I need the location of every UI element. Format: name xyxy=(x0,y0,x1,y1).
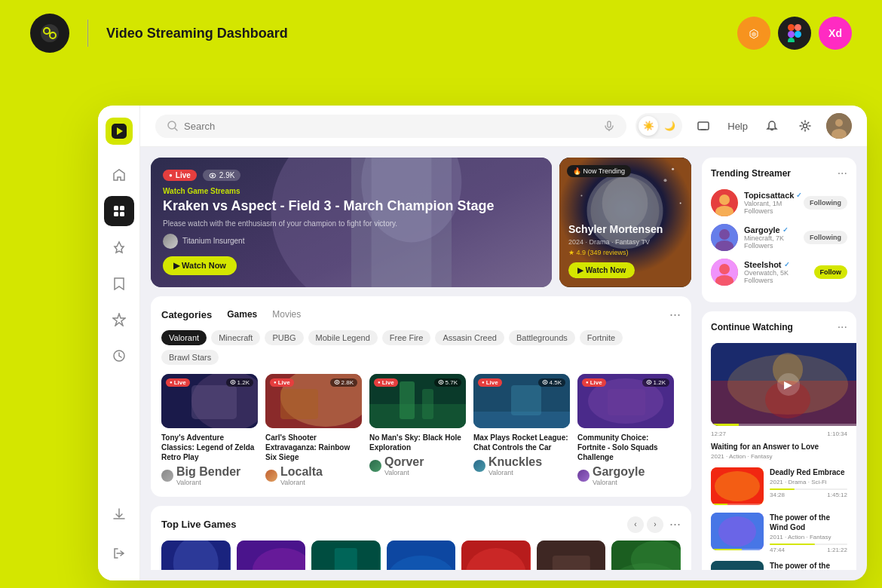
games-more[interactable]: ··· xyxy=(669,516,681,532)
tag-battlegrounds[interactable]: Battlegrounds xyxy=(509,330,575,345)
stream-title: Max Plays Rocket League: Chat Controls t… xyxy=(473,433,570,452)
svg-rect-56 xyxy=(400,381,415,419)
stream-user-game: Valorant xyxy=(176,479,240,486)
stream-title: Carl's Shooter Extravaganza: Rainbow Six… xyxy=(265,433,362,462)
hero-title: Kraken vs Aspect - Field 3 - March Champ… xyxy=(163,198,540,215)
hero-watch-btn[interactable]: ▶ Watch Now xyxy=(163,256,237,275)
sidebar-item-home[interactable] xyxy=(104,160,134,190)
figma-icon[interactable] xyxy=(778,17,811,50)
sidebar-item-download[interactable] xyxy=(104,499,134,529)
svg-rect-10 xyxy=(788,38,795,42)
tab-games[interactable]: Games xyxy=(221,308,263,321)
follow-btn[interactable]: Following xyxy=(804,231,847,244)
svg-point-94 xyxy=(719,229,730,240)
continue-watching-more[interactable]: ··· xyxy=(838,320,847,334)
stream-user-avatar xyxy=(161,470,173,482)
svg-point-11 xyxy=(795,31,801,38)
stream-user-avatar xyxy=(265,470,277,482)
divider xyxy=(87,20,88,47)
categories-section: Categories Games Movies ··· Valorant Min… xyxy=(151,296,691,497)
stream-card[interactable]: Live 4.5K Max Plays Rocket League: Chat … xyxy=(473,374,570,486)
svg-point-42 xyxy=(680,203,681,204)
tag-brawl-stars[interactable]: Brawl Stars xyxy=(161,350,219,365)
streams-grid: Live 1.2K Tony's Adventure Classics: Leg… xyxy=(161,374,681,486)
follow-btn[interactable]: Follow xyxy=(814,265,848,279)
stream-user-avatar xyxy=(473,460,485,472)
theme-moon-btn[interactable]: 🌙 xyxy=(660,116,679,136)
hero-trending-card[interactable]: 🔥 Now Trending Schyler Mortensen 2024 · … xyxy=(559,158,691,287)
body-area: Live 2.9K Watch Game Streams Kraken vs A… xyxy=(140,147,867,580)
tag-fortnite[interactable]: Fortnite xyxy=(580,330,623,345)
dashboard: ☀️ 🌙 Help xyxy=(98,106,867,580)
hero-main-card[interactable]: Live 2.9K Watch Game Streams Kraken vs A… xyxy=(151,158,552,287)
game-card[interactable]: Assasin Creed 2.3K Watching xyxy=(537,541,606,570)
progress-bar xyxy=(711,424,856,426)
stream-user-name: Big Bender xyxy=(176,465,240,479)
svg-point-23 xyxy=(804,124,807,128)
watch-thumb xyxy=(711,561,764,570)
game-card[interactable]: Minecraft 2.4K Watching xyxy=(387,541,456,570)
sidebar-item-logout[interactable] xyxy=(104,538,134,568)
tag-assasin-creed[interactable]: Assasin Creed xyxy=(435,330,504,345)
trending-streamers-title: Trending Streamer xyxy=(711,168,838,179)
svg-rect-17 xyxy=(120,212,124,216)
verified-icon: ✓ xyxy=(782,226,789,234)
streamer-game: Valorant, 1M Followers xyxy=(744,200,798,215)
sidebar-item-history[interactable] xyxy=(104,341,134,371)
categories-more[interactable]: ··· xyxy=(669,307,681,323)
game-card[interactable]: Free Fire 1.5K Watching xyxy=(461,541,531,570)
sidebar-item-grid[interactable] xyxy=(104,196,134,226)
watch-title: The power of the Wind God xyxy=(770,561,847,570)
user-avatar[interactable] xyxy=(826,113,852,139)
tag-pubg[interactable]: PUBG xyxy=(265,330,303,345)
search-input[interactable] xyxy=(184,121,598,132)
continue-watching-title: Continue Watching xyxy=(711,322,838,332)
watch-title: Waiting for an Answer to Love xyxy=(711,442,847,452)
game-card[interactable]: Valorant 6.2K Watching xyxy=(311,541,381,570)
sidebar-item-like[interactable] xyxy=(104,232,134,262)
trending-streamers-more[interactable]: ··· xyxy=(838,167,847,180)
watch-item-main[interactable]: ▶ 12:27 1:10:34 Waiting for an Answer to… xyxy=(711,343,847,460)
game-card[interactable]: Fortnite 7.8K Watching xyxy=(611,541,681,570)
search-bar[interactable] xyxy=(155,115,626,138)
settings-btn[interactable] xyxy=(793,114,817,138)
stream-live-badge: Live xyxy=(270,378,294,387)
stream-card[interactable]: Live 1.2K Community Choice: Fortnite - S… xyxy=(577,374,674,486)
screen-btn[interactable] xyxy=(691,114,715,138)
sidebar xyxy=(98,106,140,580)
watch-title: Deadly Red Embrace xyxy=(770,467,847,477)
stream-user-game: Valorant xyxy=(280,479,323,486)
stream-card[interactable]: Live 2.8K Carl's Shooter Extravaganza: R… xyxy=(265,374,362,486)
tag-mobile-legend[interactable]: Mobile Legend xyxy=(308,330,378,345)
watch-item[interactable]: The power of the Wind God 2015 · Action … xyxy=(711,561,847,570)
bell-btn[interactable] xyxy=(760,114,784,138)
game-card[interactable]: Minecraft 1.9K Watching xyxy=(237,541,306,570)
watch-item[interactable]: The power of the Wind God 2011 · Action … xyxy=(711,513,847,553)
trending-meta: 2024 · Drama · Fantasy TV xyxy=(568,238,682,246)
follow-btn[interactable]: Following xyxy=(804,196,847,210)
tag-minecraft[interactable]: Minecraft xyxy=(211,330,260,345)
streamer-name: Gargoyle ✓ xyxy=(744,225,798,234)
tab-movies[interactable]: Movies xyxy=(266,308,307,321)
games-next-btn[interactable]: › xyxy=(647,516,663,533)
games-title: Top Live Games xyxy=(161,519,236,530)
time-start: 12:27 xyxy=(711,430,726,437)
sidebar-item-spark[interactable] xyxy=(104,305,134,335)
xd-icon[interactable]: Xd xyxy=(819,17,852,50)
tag-valorant[interactable]: Valorant xyxy=(161,330,207,345)
stream-card[interactable]: Live 1.2K Tony's Adventure Classics: Leg… xyxy=(161,374,258,486)
sketch-icon[interactable] xyxy=(737,17,770,50)
play-btn[interactable]: ▶ xyxy=(777,373,800,396)
stream-card[interactable]: Live 5.7K No Man's Sky: Black Hole Explo… xyxy=(369,374,466,486)
games-section: Top Live Games ‹ › ··· xyxy=(151,506,691,570)
trending-watch-btn[interactable]: ▶ Watch Now xyxy=(568,262,635,278)
mic-icon xyxy=(604,121,614,131)
stream-thumb: Live 1.2K xyxy=(577,374,674,428)
watch-item[interactable]: Deadly Red Embrace 2021 · Drama · Sci-Fi… xyxy=(711,467,847,505)
theme-sun-btn[interactable]: ☀️ xyxy=(639,116,658,136)
game-card[interactable]: Valorant 12K Watching xyxy=(161,541,231,570)
stream-user: Knuckles Valorant xyxy=(473,455,570,476)
tag-free-fire[interactable]: Free Fire xyxy=(382,330,431,345)
sidebar-item-bookmark[interactable] xyxy=(104,268,134,299)
games-prev-btn[interactable]: ‹ xyxy=(627,516,644,533)
